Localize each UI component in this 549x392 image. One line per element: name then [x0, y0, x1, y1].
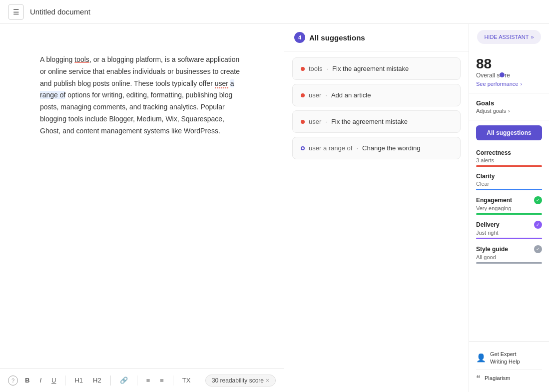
- metric-correctness-header: Correctness: [476, 149, 542, 156]
- metric-engagement-bar: [476, 213, 542, 215]
- readability-score: 30 readability score: [212, 377, 264, 384]
- suggestion-row-4: user a range of · Change the wording: [301, 144, 452, 152]
- metric-style-guide-name: Style guide: [476, 246, 508, 253]
- suggestion-sep-2: ·: [325, 91, 327, 99]
- hide-assistant-chevron: »: [531, 34, 534, 40]
- right-panel: HIDE ASSISTANT » 88 Overall sre See perf…: [469, 24, 549, 392]
- underline-button[interactable]: U: [48, 375, 59, 386]
- suggestion-sep-1: ·: [326, 65, 328, 72]
- suggestions-panel: 4 All suggestions tools · Fix the agreem…: [284, 24, 469, 392]
- see-performance-link[interactable]: See performance ›: [476, 81, 542, 87]
- score-label: Overall sre: [476, 72, 542, 79]
- suggestion-card-3[interactable]: user · Fix the agreement mistake: [292, 110, 461, 133]
- unordered-list-button[interactable]: ≡: [157, 375, 167, 386]
- editor-toolbar: ? B I U H1 H2 🔗 ≡ ≡ TX 30 readability sc…: [0, 368, 284, 392]
- main-layout: A blogging tools, or a blogging platform…: [0, 24, 549, 392]
- suggestion-row-1: tools · Fix the agreement mistake: [301, 65, 452, 72]
- toolbar-divider-4: [173, 376, 173, 386]
- suggestion-sep-3: ·: [325, 118, 327, 125]
- suggestion-card-1[interactable]: tools · Fix the agreement mistake: [292, 57, 461, 80]
- ordered-list-button[interactable]: ≡: [143, 375, 153, 386]
- document-title: Untitled document: [30, 7, 90, 16]
- goals-section: Goals Adjust goals ›: [469, 93, 549, 120]
- plagiarism-icon: ❝: [476, 374, 481, 383]
- metric-style-guide: Style guide ✓ All good: [476, 245, 542, 264]
- suggestion-dot-2: [301, 93, 305, 97]
- see-performance-arrow: ›: [520, 81, 522, 87]
- style-guide-check-icon: ✓: [534, 245, 542, 253]
- suggestion-dot-1: [301, 67, 305, 71]
- suggestion-dot-4: [301, 146, 305, 150]
- suggestions-title: All suggestions: [309, 33, 365, 42]
- bottom-links: 👤 Get ExpertWriting Help ❝ Plagiarism: [469, 341, 549, 392]
- metric-style-guide-bar: [476, 262, 542, 264]
- link-button[interactable]: 🔗: [117, 375, 131, 386]
- editor-content[interactable]: A blogging tools, or a blogging platform…: [0, 24, 284, 368]
- metric-delivery-value: Just right: [476, 230, 542, 236]
- metric-style-guide-value: All good: [476, 254, 542, 260]
- suggestion-type-3: user: [309, 118, 321, 125]
- expert-writing-link[interactable]: 👤 Get ExpertWriting Help: [476, 347, 542, 370]
- readability-close-icon[interactable]: ×: [266, 377, 269, 384]
- expert-writing-text: Get ExpertWriting Help: [490, 351, 520, 365]
- bold-button[interactable]: B: [22, 375, 32, 386]
- h2-button[interactable]: H2: [90, 375, 104, 386]
- adjust-goals-link[interactable]: Adjust goals ›: [476, 108, 542, 114]
- suggestion-card-4[interactable]: user a range of · Change the wording: [292, 137, 461, 159]
- suggestion-action-1: Fix the agreement mistake: [332, 65, 409, 72]
- toolbar-divider-3: [137, 376, 137, 386]
- toolbar-divider-2: [110, 376, 111, 386]
- metric-engagement-name: Engagement: [476, 197, 512, 204]
- h1-button[interactable]: H1: [71, 375, 86, 386]
- metric-correctness-name: Correctness: [476, 149, 511, 156]
- expert-writing-icon: 👤: [476, 353, 486, 363]
- clear-format-button[interactable]: TX: [179, 375, 194, 386]
- metric-engagement: Engagement ✓ Very engaging: [476, 196, 542, 215]
- score-section: 88 Overall sre See performance ›: [469, 50, 549, 93]
- metric-delivery-name: Delivery: [476, 221, 500, 228]
- suggestion-row-3: user · Fix the agreement mistake: [301, 118, 452, 125]
- readability-badge[interactable]: 30 readability score ×: [205, 375, 276, 387]
- suggestions-list: tools · Fix the agreement mistake user ·…: [284, 51, 469, 392]
- metrics-section: Correctness 3 alerts Clarity Clear Engag…: [469, 145, 549, 341]
- topbar: ☰ Untitled document: [0, 0, 549, 24]
- suggestion-type-2: user: [309, 91, 321, 99]
- menu-icon: ☰: [13, 8, 19, 16]
- italic-button[interactable]: I: [36, 375, 44, 386]
- see-performance-label: See performance: [476, 81, 518, 87]
- engagement-check-icon: ✓: [534, 196, 542, 204]
- metric-correctness: Correctness 3 alerts: [476, 149, 542, 167]
- metric-engagement-value: Very engaging: [476, 205, 542, 211]
- score-dot: [500, 72, 505, 77]
- metric-engagement-header: Engagement ✓: [476, 196, 542, 204]
- plagiarism-link[interactable]: ❝ Plagiarism: [476, 370, 542, 387]
- metric-style-guide-header: Style guide ✓: [476, 245, 542, 253]
- metric-clarity-header: Clarity: [476, 173, 542, 180]
- metric-delivery-bar: [476, 238, 542, 239]
- suggestions-count-badge: 4: [294, 32, 305, 43]
- suggestion-action-4: Change the wording: [362, 144, 420, 152]
- menu-button[interactable]: ☰: [8, 4, 24, 20]
- metric-delivery-header: Delivery ✓: [476, 221, 542, 229]
- suggestion-card-2[interactable]: user · Add an article: [292, 84, 461, 106]
- suggestion-type-4: user a range of: [309, 144, 352, 152]
- suggestion-type-1: tools: [309, 65, 322, 72]
- goals-title: Goals: [476, 99, 542, 107]
- suggestion-action-3: Fix the agreement mistake: [331, 118, 408, 125]
- overall-score: 88: [476, 56, 492, 72]
- all-suggestions-button[interactable]: All suggestions: [476, 125, 542, 140]
- hide-assistant-button[interactable]: HIDE ASSISTANT »: [477, 30, 541, 44]
- adjust-goals-arrow: ›: [508, 108, 510, 114]
- suggestion-row-2: user · Add an article: [301, 91, 452, 99]
- delivery-check-icon: ✓: [534, 221, 542, 229]
- suggestion-dot-3: [301, 120, 305, 124]
- adjust-goals-label: Adjust goals: [476, 108, 506, 114]
- suggestions-header: 4 All suggestions: [284, 24, 469, 51]
- suggestion-action-2: Add an article: [331, 91, 371, 99]
- help-icon[interactable]: ?: [8, 376, 18, 386]
- metric-clarity-value: Clear: [476, 181, 542, 187]
- metric-delivery: Delivery ✓ Just right: [476, 221, 542, 239]
- hide-assistant-label: HIDE ASSISTANT: [484, 34, 529, 40]
- tools-word: tools: [74, 55, 89, 63]
- metric-clarity-name: Clarity: [476, 173, 495, 180]
